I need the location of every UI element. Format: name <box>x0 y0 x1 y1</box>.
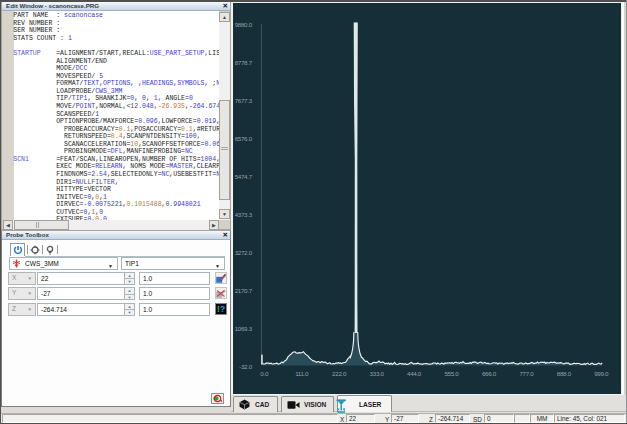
svg-text:4373.3: 4373.3 <box>235 211 253 218</box>
svg-text:333.0: 333.0 <box>370 370 385 377</box>
svg-text:444.0: 444.0 <box>407 370 422 377</box>
svg-text:9880.0: 9880.0 <box>235 21 253 28</box>
svg-text:999.0: 999.0 <box>594 370 609 377</box>
svg-text:0.0: 0.0 <box>260 370 269 377</box>
svg-text:222.0: 222.0 <box>332 370 347 377</box>
svg-text:666.0: 666.0 <box>482 370 497 377</box>
svg-text:2170.7: 2170.7 <box>235 287 253 294</box>
svg-text:-32.0: -32.0 <box>239 363 252 370</box>
svg-text:8778.7: 8778.7 <box>235 59 253 66</box>
svg-text:7677.3: 7677.3 <box>235 97 253 104</box>
svg-text:111.0: 111.0 <box>295 370 309 377</box>
svg-text:5474.7: 5474.7 <box>235 173 253 180</box>
svg-text:3272.0: 3272.0 <box>235 249 253 256</box>
svg-text:888.0: 888.0 <box>557 370 572 377</box>
svg-text:555.0: 555.0 <box>444 370 459 377</box>
svg-text:6576.0: 6576.0 <box>235 135 253 142</box>
svg-text:777.0: 777.0 <box>519 370 534 377</box>
svg-text:1069.3: 1069.3 <box>235 325 253 332</box>
